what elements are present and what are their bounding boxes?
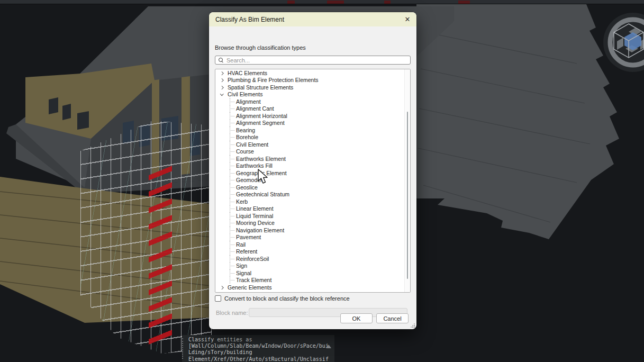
search-input[interactable]: Search...	[215, 56, 411, 65]
tree-item[interactable]: Liquid Terminal	[215, 212, 410, 220]
tree-item[interactable]: ReinforceSoil	[215, 255, 410, 263]
tree-item-label: Geographic Element	[236, 170, 287, 176]
tree-item-label: Linear Element	[236, 205, 274, 212]
convert-checkbox-label: Convert to block and classify the block …	[224, 295, 350, 302]
tree-item-label: Geoslice	[236, 184, 258, 191]
tree-item[interactable]: Referent	[215, 248, 410, 256]
chevron-right-icon[interactable]	[220, 286, 228, 289]
tree-item[interactable]: Navigation Element	[215, 227, 410, 234]
tree-item-label: Rail	[236, 241, 246, 248]
tree-item[interactable]: Civil Element	[215, 141, 410, 148]
tree-item-label: Bearing	[236, 127, 255, 133]
tree-item-label: Alignment Segment	[236, 120, 285, 126]
dialog-title: Classify As Bim Element	[209, 16, 284, 23]
navigation-cube-icon[interactable]	[603, 13, 644, 72]
tree-item-label: Spatial Structure Elements	[228, 84, 293, 91]
tree-item-label: Plumbing & Fire Protection Elements	[228, 77, 319, 83]
tree-item-label: HVAC Elements	[228, 70, 267, 76]
toolbar-mark	[327, 1, 344, 4]
dialog-resize-grip[interactable]	[411, 323, 415, 328]
expand-panel-arrow-icon[interactable]	[326, 345, 331, 348]
tree-item[interactable]: Sign	[215, 263, 410, 270]
toolbar-mark	[287, 1, 295, 4]
tree-item-label: Civil Elements	[228, 91, 263, 97]
tree-item[interactable]: Signal	[215, 269, 410, 277]
chevron-right-icon[interactable]	[220, 72, 228, 75]
tree-item-label: Civil Element	[236, 141, 268, 148]
chevron-right-icon[interactable]	[220, 86, 228, 89]
panel-drag-handle[interactable]	[182, 338, 183, 359]
tree-item-label: Navigation Element	[236, 227, 284, 233]
tree-item[interactable]: Geomodel	[215, 177, 410, 184]
tree-item[interactable]: Borehole	[215, 134, 410, 141]
tree-item[interactable]: Linear Element	[215, 205, 410, 213]
tree-item-label: Alignment Horizontal	[236, 113, 287, 119]
command-prompt-text: Classify entities as [Wall/Column/Slab/B…	[184, 335, 334, 362]
tree-item-label: Geomodel	[236, 177, 261, 183]
cancel-button[interactable]: Cancel	[376, 313, 409, 323]
tree-item-label: Sign	[236, 263, 247, 269]
tree-scrollbar-track[interactable]	[404, 69, 410, 292]
tree-scrollbar-thumb[interactable]	[407, 112, 408, 279]
tree-item[interactable]: Kerb	[215, 198, 410, 205]
tree-item[interactable]: Course	[215, 148, 410, 156]
tree-item-label: Mooring Device	[236, 220, 275, 226]
classification-tree[interactable]: HVAC ElementsPlumbing & Fire Protection …	[215, 69, 411, 293]
application-window: Classify entities as [Wall/Column/Slab/B…	[0, 0, 644, 362]
tree-item[interactable]: Alignment	[215, 98, 410, 105]
tree-item[interactable]: Earthworks Element	[215, 155, 410, 162]
ok-button[interactable]: OK	[340, 313, 373, 323]
tree-item-label: Signal	[236, 270, 251, 276]
chevron-down-icon[interactable]	[220, 94, 228, 95]
tree-item-label: Course	[236, 148, 254, 155]
tree-item-label: Pavement	[236, 234, 261, 240]
toolbar-mark	[384, 1, 391, 4]
dialog-titlebar[interactable]: Classify As Bim Element ✕	[209, 12, 416, 26]
command-line-panel[interactable]: Classify entities as [Wall/Column/Slab/B…	[182, 335, 334, 362]
browse-label: Browse through classification types	[215, 44, 306, 51]
tree-item-label: Liquid Terminal	[236, 213, 273, 219]
top-toolbar-strip	[0, 0, 644, 4]
tree-item[interactable]: Plumbing & Fire Protection Elements	[215, 77, 410, 84]
tree-item[interactable]: Civil Elements	[215, 91, 410, 98]
tree-item-label: ReinforceSoil	[236, 256, 269, 262]
tree-item-label: Kerb	[236, 198, 248, 205]
convert-checkbox-row[interactable]: Convert to block and classify the block …	[215, 295, 350, 302]
search-icon	[219, 58, 223, 62]
tree-item-label: Alignment Cant	[236, 105, 274, 112]
tree-item[interactable]: Geotechnical Stratum	[215, 191, 410, 198]
tree-item[interactable]: Alignment Cant	[215, 105, 410, 113]
tree-item[interactable]: Geographic Element	[215, 169, 410, 177]
tree-item[interactable]: Geoslice	[215, 184, 410, 191]
tree-item[interactable]: Alignment Horizontal	[215, 112, 410, 120]
debris-chutes	[149, 166, 172, 345]
tree-item-label: Borehole	[236, 134, 258, 140]
tree-item[interactable]: Spatial Structure Elements	[215, 84, 410, 91]
tree-item-label: Geotechnical Stratum	[236, 191, 289, 197]
toolbar-mark	[458, 1, 470, 4]
tree-item[interactable]: Alignment Segment	[215, 120, 410, 127]
tree-item[interactable]: HVAC Elements	[215, 69, 410, 77]
tree-item[interactable]: Pavement	[215, 234, 410, 241]
slab-roof	[416, 4, 619, 239]
convert-checkbox[interactable]	[215, 295, 221, 302]
tree-item[interactable]: Mooring Device	[215, 220, 410, 227]
search-placeholder: Search...	[226, 57, 250, 64]
tree-item-label: Referent	[236, 248, 257, 255]
tree-item[interactable]: Rail	[215, 241, 410, 248]
tree-item-label: Track Element	[236, 277, 271, 283]
tree-item-label: Generic Elements	[228, 284, 271, 291]
tree-item[interactable]: Generic Elements	[215, 284, 410, 291]
close-icon[interactable]: ✕	[398, 12, 416, 26]
tree-item[interactable]: Track Element	[215, 277, 410, 284]
classify-dialog: Classify As Bim Element ✕ Browse through…	[209, 12, 416, 329]
tree-item-label: Earthworks Element	[236, 156, 286, 162]
tree-item[interactable]: Earthworks Fill	[215, 162, 410, 170]
tree-item-label: Alignment	[236, 98, 261, 105]
tree-item[interactable]: Bearing	[215, 126, 410, 134]
chevron-right-icon[interactable]	[220, 79, 228, 82]
block-name-label: Block name:	[216, 310, 248, 316]
tree-item-label: Earthworks Fill	[236, 162, 273, 169]
